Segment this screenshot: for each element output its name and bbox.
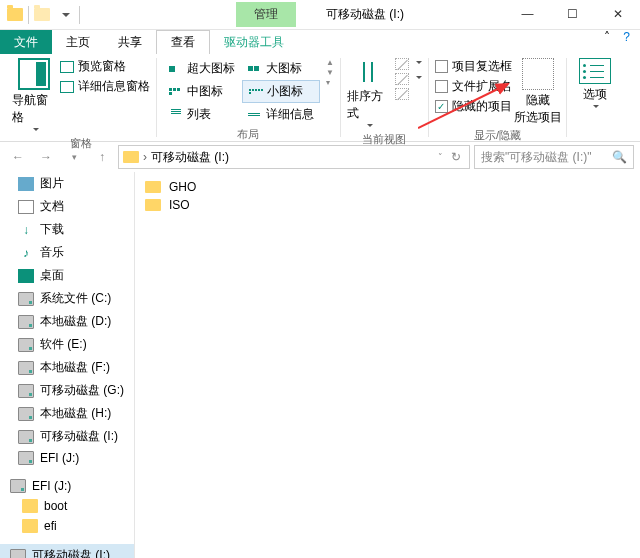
- folder-icon: [145, 199, 161, 211]
- chevron-right-icon[interactable]: ›: [143, 150, 147, 164]
- tree-item[interactable]: 可移动磁盘 (I:): [0, 544, 134, 558]
- group-by-button[interactable]: [395, 58, 422, 70]
- options-button[interactable]: 选项: [573, 58, 617, 111]
- tree-item[interactable]: ♪音乐: [0, 241, 134, 264]
- forward-button[interactable]: →: [34, 145, 58, 169]
- view-sm-icons[interactable]: 小图标: [242, 80, 320, 103]
- tree-item[interactable]: 系统文件 (C:): [0, 287, 134, 310]
- help-icon[interactable]: ?: [623, 30, 630, 44]
- search-placeholder: 搜索"可移动磁盘 (I:)": [481, 149, 592, 166]
- tab-home[interactable]: 主页: [52, 30, 104, 54]
- tree-item[interactable]: 文档: [0, 195, 134, 218]
- group-label: 布局: [237, 125, 259, 144]
- tree-item[interactable]: 软件 (E:): [0, 333, 134, 356]
- tab-strip: 文件 主页 共享 查看 驱动器工具 ˄ ?: [0, 30, 640, 54]
- divider: [79, 6, 80, 24]
- hide-selected-button[interactable]: 隐藏 所选项目: [516, 58, 560, 126]
- tab-share[interactable]: 共享: [104, 30, 156, 54]
- size-columns-button[interactable]: [395, 88, 422, 100]
- scroll-down-icon[interactable]: ▼: [326, 68, 334, 77]
- more-icon[interactable]: ▾: [326, 78, 334, 87]
- scroll-up-icon[interactable]: ▲: [326, 58, 334, 67]
- tree-item[interactable]: 可移动磁盘 (G:): [0, 379, 134, 402]
- view-lg-icons[interactable]: 大图标: [242, 58, 320, 79]
- file-item[interactable]: GHO: [141, 178, 634, 196]
- view-details[interactable]: 详细信息: [242, 104, 320, 125]
- search-icon[interactable]: 🔍: [612, 150, 627, 164]
- group-label: 窗格: [70, 134, 92, 153]
- file-list[interactable]: GHOISO: [135, 172, 640, 558]
- tree-item[interactable]: efi: [0, 516, 134, 536]
- item-checkboxes-toggle[interactable]: 项目复选框: [435, 58, 512, 75]
- search-input[interactable]: 搜索"可移动磁盘 (I:)" 🔍: [474, 145, 634, 169]
- nav-pane-button[interactable]: 导航窗格: [12, 58, 56, 134]
- tree-item[interactable]: 可移动磁盘 (I:): [0, 425, 134, 448]
- up-button[interactable]: ↑: [90, 145, 114, 169]
- tree-item[interactable]: boot: [0, 496, 134, 516]
- tree-item[interactable]: 本地磁盘 (D:): [0, 310, 134, 333]
- qat-dropdown-icon[interactable]: [55, 4, 77, 26]
- view-list[interactable]: 列表: [163, 104, 241, 125]
- titlebar: 管理 可移动磁盘 (I:) — ☐ ✕: [0, 0, 640, 30]
- tab-view[interactable]: 查看: [156, 30, 210, 54]
- minimize-button[interactable]: —: [505, 0, 550, 28]
- group-label: 当前视图: [362, 130, 406, 149]
- chevron-down-icon: [593, 105, 599, 111]
- tree-item[interactable]: 本地磁盘 (F:): [0, 356, 134, 379]
- qat-slot-icon[interactable]: [31, 4, 53, 26]
- ribbon: 导航窗格 预览窗格 详细信息窗格 窗格 超大图标 大图标 中图标 小图标 列表 …: [0, 54, 640, 142]
- file-item[interactable]: ISO: [141, 196, 634, 214]
- nav-tree[interactable]: 图片文档↓下载♪音乐桌面系统文件 (C:)本地磁盘 (D:)软件 (E:)本地磁…: [0, 172, 135, 558]
- close-button[interactable]: ✕: [595, 0, 640, 28]
- tree-item[interactable]: 桌面: [0, 264, 134, 287]
- folder-app-icon: [4, 4, 26, 26]
- tree-item[interactable]: ↓下载: [0, 218, 134, 241]
- view-xl-icons[interactable]: 超大图标: [163, 58, 241, 79]
- options-icon: [579, 58, 611, 84]
- tree-item[interactable]: EFI (J:): [0, 476, 134, 496]
- folder-icon: [123, 151, 139, 163]
- manage-tab[interactable]: 管理: [236, 2, 296, 27]
- details-pane-button[interactable]: 详细信息窗格: [60, 78, 150, 95]
- divider: [28, 6, 29, 24]
- refresh-icon[interactable]: ↻: [447, 150, 465, 164]
- tree-item[interactable]: 图片: [0, 172, 134, 195]
- preview-pane-button[interactable]: 预览窗格: [60, 58, 150, 75]
- add-columns-button[interactable]: [395, 73, 422, 85]
- address-bar: ← → ▾ ↑ › 可移动磁盘 (I:) ˅ ↻ 搜索"可移动磁盘 (I:)" …: [0, 142, 640, 172]
- tree-item[interactable]: EFI (J:): [0, 448, 134, 468]
- chevron-down-icon: [33, 128, 39, 134]
- chevron-up-icon[interactable]: ˄: [604, 30, 610, 44]
- view-md-icons[interactable]: 中图标: [163, 80, 241, 103]
- chevron-down-icon[interactable]: ˅: [438, 152, 443, 162]
- window-title: 可移动磁盘 (I:): [326, 6, 404, 23]
- back-button[interactable]: ←: [6, 145, 30, 169]
- hidden-items-toggle[interactable]: 隐藏的项目: [435, 98, 512, 115]
- sort-button[interactable]: 排序方式: [347, 58, 391, 130]
- folder-icon: [145, 181, 161, 193]
- file-extensions-toggle[interactable]: 文件扩展名: [435, 78, 512, 95]
- address-field[interactable]: › 可移动磁盘 (I:) ˅ ↻: [118, 145, 470, 169]
- maximize-button[interactable]: ☐: [550, 0, 595, 28]
- nav-pane-label: 导航窗格: [12, 92, 56, 126]
- group-label: 显示/隐藏: [474, 126, 521, 145]
- address-text[interactable]: 可移动磁盘 (I:): [151, 149, 229, 166]
- tab-drive-tools[interactable]: 驱动器工具: [210, 30, 298, 54]
- tree-item[interactable]: 本地磁盘 (H:): [0, 402, 134, 425]
- tab-file[interactable]: 文件: [0, 30, 52, 54]
